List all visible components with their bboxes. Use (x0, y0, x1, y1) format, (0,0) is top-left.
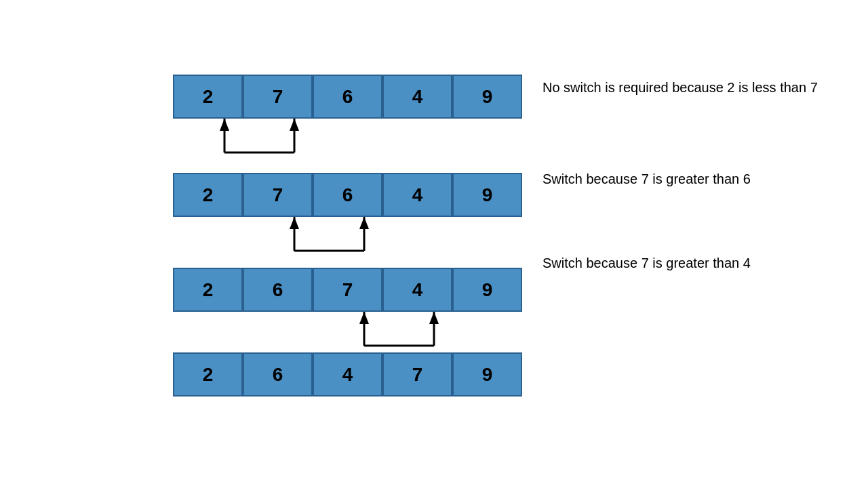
cell-2-3: 4 (382, 173, 452, 217)
arrow-1 (190, 119, 298, 163)
label-row2: Switch because 7 is greater than 6 (542, 170, 751, 188)
svg-marker-3 (220, 119, 229, 131)
svg-marker-13 (359, 312, 369, 324)
cell-1-1: 7 (243, 75, 313, 119)
cell-4-1: 6 (243, 352, 313, 396)
cell-2-4: 9 (452, 173, 522, 217)
svg-marker-4 (290, 119, 299, 131)
cell-4-0: 2 (173, 352, 243, 396)
arrow-3 (330, 312, 438, 356)
arrow-2 (260, 217, 368, 261)
cell-2-1: 7 (243, 173, 313, 217)
main-container: 2 7 6 4 9 No switch is required because … (0, 0, 868, 488)
cell-1-0: 2 (173, 75, 243, 119)
cell-4-2: 4 (313, 352, 382, 396)
cell-2-2: 6 (313, 173, 382, 217)
label-row1: No switch is required because 2 is less … (542, 79, 818, 97)
array-row-3: 2 6 7 4 9 (173, 268, 522, 312)
cell-3-4: 9 (452, 268, 522, 312)
svg-marker-9 (359, 217, 369, 229)
cell-3-0: 2 (173, 268, 243, 312)
cell-3-2: 7 (313, 268, 382, 312)
cell-4-3: 7 (382, 352, 452, 396)
svg-marker-14 (429, 312, 439, 324)
cell-3-1: 6 (243, 268, 313, 312)
array-row-4: 2 6 4 7 9 (173, 352, 522, 396)
cell-1-2: 6 (313, 75, 382, 119)
svg-marker-8 (290, 217, 299, 229)
cell-1-3: 4 (382, 75, 452, 119)
cell-4-4: 9 (452, 352, 522, 396)
array-row-2: 2 7 6 4 9 (173, 173, 522, 217)
label-row3: Switch because 7 is greater than 4 (542, 254, 751, 272)
cell-3-3: 4 (382, 268, 452, 312)
cell-1-4: 9 (452, 75, 522, 119)
cell-2-0: 2 (173, 173, 243, 217)
array-row-1: 2 7 6 4 9 (173, 75, 522, 119)
